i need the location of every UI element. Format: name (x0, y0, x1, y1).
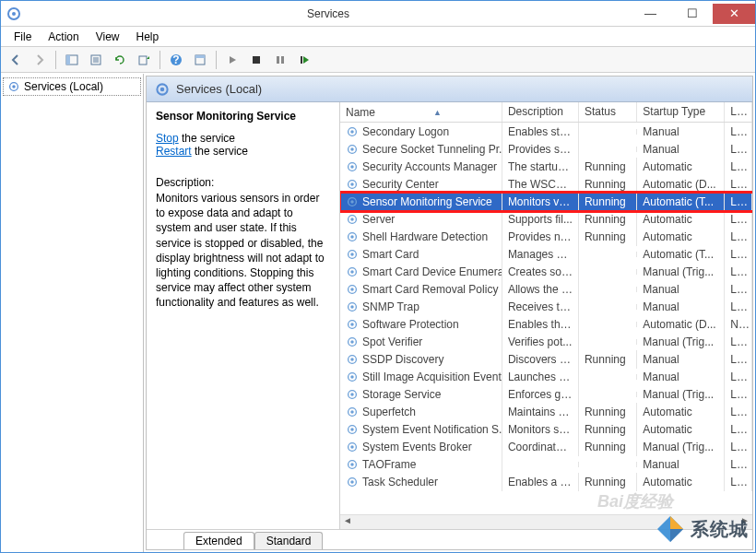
pause-service-button[interactable] (269, 49, 291, 71)
restart-service-button[interactable] (293, 49, 315, 71)
toolbar: ? (1, 47, 755, 73)
close-button[interactable]: ✕ (713, 4, 755, 24)
forward-button[interactable] (29, 49, 51, 71)
service-row[interactable]: Smart Card Device Enumera...Creates soft… (340, 263, 752, 280)
stop-link[interactable]: Stop (156, 132, 179, 145)
service-row[interactable]: System Event Notification S...Monitors s… (340, 420, 752, 438)
service-row[interactable]: Secondary LogonEnables star...ManualLoc (340, 123, 752, 140)
tree-pane[interactable]: Services (Local) (1, 74, 144, 552)
service-row[interactable]: Smart Card Removal PolicyAllows the s...… (340, 280, 752, 298)
content-area: Services (Local) Services (Local) Sensor… (1, 73, 755, 552)
scroll-left-icon[interactable]: ◄ (340, 515, 355, 529)
service-row[interactable]: Secure Socket Tunneling Pr...Provides su… (340, 140, 752, 158)
cell-desc: Enables the ... (502, 315, 579, 334)
help-button[interactable]: ? (165, 49, 187, 71)
cell-name: Secondary Logon (340, 123, 502, 141)
cell-status: Running (579, 158, 637, 176)
stop-service-button[interactable] (245, 49, 267, 71)
cell-status (579, 287, 637, 292)
cell-name: Task Scheduler (340, 473, 502, 491)
cell-desc: Receives tra... (502, 298, 579, 316)
gear-icon (346, 265, 359, 278)
cell-startup: Automatic (T... (637, 193, 725, 211)
col-name[interactable]: Name▲ (340, 102, 502, 122)
cell-desc: Supports fil... (502, 210, 579, 229)
cell-logon: Loc (725, 298, 752, 316)
gear-icon (346, 300, 359, 313)
start-service-button[interactable] (221, 49, 243, 71)
service-actions: Stop the service Restart the service (156, 132, 330, 158)
service-row[interactable]: Shell Hardware DetectionProvides no...Ru… (340, 228, 752, 245)
properties-alt-button[interactable] (189, 49, 211, 71)
cell-status (579, 374, 637, 380)
service-row[interactable]: Software ProtectionEnables the ...Automa… (340, 315, 752, 333)
service-row[interactable]: Sensor Monitoring ServiceMonitors va...R… (340, 193, 752, 210)
svg-point-48 (350, 358, 354, 361)
service-row[interactable]: Security CenterThe WSCSV...RunningAutoma… (340, 175, 752, 193)
toolbar-separator-2 (159, 51, 160, 69)
titlebar[interactable]: Services — ☐ ✕ (1, 1, 755, 27)
export-button[interactable] (133, 49, 155, 71)
svg-point-44 (350, 323, 354, 326)
gear-icon (346, 335, 359, 348)
svg-point-50 (350, 375, 354, 379)
tab-extended[interactable]: Extended (183, 532, 254, 549)
cell-status: Running (579, 403, 637, 421)
service-row[interactable]: Security Accounts ManagerThe startup ...… (340, 158, 752, 175)
svg-point-40 (350, 288, 354, 291)
show-hide-tree-button[interactable] (61, 49, 83, 71)
scroll-track[interactable] (355, 515, 738, 529)
tab-standard[interactable]: Standard (254, 532, 324, 549)
cell-logon: Loc (725, 158, 752, 176)
service-row[interactable]: Storage ServiceEnforces gr...Manual (Tri… (340, 385, 752, 403)
cell-desc: The WSCSV... (502, 175, 579, 194)
service-row[interactable]: SuperfetchMaintains a...RunningAutomatic… (340, 403, 752, 420)
svg-point-54 (350, 410, 354, 414)
refresh-button[interactable] (109, 49, 131, 71)
service-row[interactable]: System Events BrokerCoordinates...Runnin… (340, 438, 752, 455)
svg-point-58 (350, 445, 354, 449)
service-row[interactable]: TAOFrameManualLoc (340, 455, 752, 473)
service-row[interactable]: SSDP DiscoveryDiscovers n...RunningManua… (340, 350, 752, 368)
cell-startup: Manual (Trig... (637, 263, 725, 281)
col-status[interactable]: Status (579, 102, 637, 122)
scroll-right-icon[interactable]: ► (738, 515, 752, 529)
cell-name: Still Image Acquisition Events (340, 368, 502, 386)
svg-rect-15 (281, 56, 284, 64)
menu-help[interactable]: Help (129, 29, 167, 45)
properties-button[interactable] (85, 49, 107, 71)
minimize-button[interactable]: — (630, 4, 671, 24)
cell-startup: Automatic (637, 210, 725, 229)
list-body[interactable]: Secondary LogonEnables star...ManualLocS… (340, 123, 752, 514)
svg-point-52 (350, 393, 354, 396)
menu-file[interactable]: File (6, 29, 39, 45)
gear-icon (346, 441, 359, 453)
horizontal-scrollbar[interactable]: ◄ ► (340, 514, 752, 529)
service-row[interactable]: Still Image Acquisition EventsLaunches a… (340, 368, 752, 385)
col-description[interactable]: Description (502, 102, 579, 122)
menu-view[interactable]: View (89, 29, 127, 45)
window-title: Services (27, 7, 630, 20)
cell-startup: Automatic (637, 158, 725, 176)
cell-name: Software Protection (340, 315, 502, 334)
service-row[interactable]: Task SchedulerEnables a us...RunningAuto… (340, 473, 752, 490)
gear-icon (346, 371, 359, 383)
service-row[interactable]: SNMP TrapReceives tra...ManualLoc (340, 298, 752, 315)
cell-name: System Event Notification S... (340, 420, 502, 439)
tree-root-item[interactable]: Services (Local) (3, 77, 141, 96)
back-button[interactable] (5, 49, 27, 71)
svg-point-36 (350, 253, 354, 256)
cell-startup: Manual (637, 455, 725, 474)
menu-action[interactable]: Action (41, 29, 86, 45)
cell-startup: Manual (637, 350, 725, 369)
service-row[interactable]: ServerSupports fil...RunningAutomaticLoc (340, 210, 752, 228)
col-startup[interactable]: Startup Type (637, 102, 725, 122)
maximize-button[interactable]: ☐ (671, 4, 713, 24)
cell-desc: The startup ... (502, 158, 579, 176)
cell-desc: Provides no... (502, 228, 579, 246)
service-row[interactable]: Smart CardManages ac...Automatic (T...Lo… (340, 245, 752, 263)
restart-link[interactable]: Restart (156, 145, 192, 158)
cell-startup: Manual (Trig... (637, 438, 725, 456)
col-logon[interactable]: Log (725, 102, 752, 122)
service-row[interactable]: Spot VerifierVerifies pot...Manual (Trig… (340, 333, 752, 350)
